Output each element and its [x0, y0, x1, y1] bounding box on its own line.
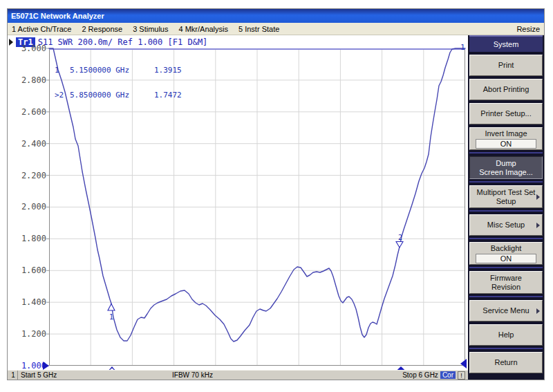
button-group-divider	[469, 296, 543, 297]
y-axis-label: 2.000	[15, 201, 46, 212]
ifbw-readout: IFBW 70 kHz	[172, 371, 213, 380]
marker-freq: 5.8500000 GHz	[70, 91, 154, 100]
menu-resize[interactable]: Resize	[516, 25, 540, 33]
stop-frequency: Stop 6 GHz	[402, 371, 438, 380]
svg-text:2: 2	[398, 234, 402, 241]
softkey-menu-title: System	[469, 35, 543, 52]
marker-value: 1.7472	[154, 91, 182, 100]
sweep-edge-pointer-icon	[460, 359, 467, 368]
menu-instr-state[interactable]: 5 Instr State	[238, 25, 279, 33]
toggle-state-on: ON	[476, 139, 536, 149]
trace-measure-text: S11 SWR 200.0m/ Ref 1.000 [F1 D&M]	[38, 37, 208, 47]
button-group-divider	[469, 238, 543, 239]
button-group-divider	[469, 267, 543, 268]
submenu-arrow-icon	[536, 194, 540, 200]
button-label: Dump	[496, 159, 516, 168]
marker-number: >2	[55, 91, 70, 100]
button-group-divider	[469, 152, 543, 153]
statusbar: 1 Start 5 GHz IFBW 70 kHz Stop 6 GHz Cor…	[8, 370, 468, 380]
softkey-return[interactable]: Return	[469, 352, 543, 373]
button-label: Abort Printing	[483, 85, 529, 94]
softkey-dump-screen-image[interactable]: Dump Screen Image...	[469, 156, 543, 179]
channel-number: 1	[9, 371, 18, 380]
softkey-backlight[interactable]: Backlight ON	[469, 242, 543, 265]
button-label: Help	[498, 330, 514, 339]
menubar: 1 Active Ch/Trace 2 Response 3 Stimulus …	[8, 23, 544, 35]
softkey-invert-image[interactable]: Invert Image ON	[469, 127, 543, 150]
y-axis-ref-label: 1.000	[15, 360, 46, 370]
menu-response[interactable]: 2 Response	[82, 25, 122, 33]
button-label: Service Menu	[482, 306, 529, 315]
button-group-divider	[469, 181, 543, 183]
reference-level-pointer-icon	[43, 362, 49, 370]
submenu-arrow-icon	[536, 223, 540, 228]
marker-value: 1.3915	[154, 66, 182, 75]
svg-text:1: 1	[109, 313, 113, 321]
active-trace-icon	[9, 39, 13, 46]
toggle-state-on: ON	[476, 254, 536, 263]
softkey-multiport-test-set-setup[interactable]: Multiport Test Set Setup	[469, 185, 543, 208]
y-axis-label: 1.200	[15, 328, 46, 339]
button-label: Invert Image	[485, 129, 527, 138]
correction-badge: Cor	[440, 371, 456, 379]
menu-mkr-analysis[interactable]: 4 Mkr/Analysis	[178, 25, 228, 33]
button-group-divider	[469, 210, 543, 212]
y-axis-label: 1.400	[15, 297, 46, 308]
softkey-firmware-revision[interactable]: Firmware Revision	[469, 271, 543, 294]
softkey-misc-setup[interactable]: Misc Setup	[469, 214, 543, 236]
titlebar: E5071C Network Analyzer	[8, 9, 544, 23]
button-label: Print	[498, 61, 514, 70]
softkey-help[interactable]: Help	[469, 324, 543, 346]
marker-readout: 1 5.1500000 GHz 1.3915 >2 5.8500000 GHz …	[55, 50, 182, 116]
button-label: Revision	[491, 283, 521, 292]
submenu-arrow-icon	[536, 308, 540, 314]
start-frequency: Start 5 GHz	[18, 371, 57, 380]
button-label: Screen Image...	[479, 168, 533, 177]
marker-readout-row: >2 5.8500000 GHz 1.7472	[55, 91, 182, 100]
softkey-sidebar: System Print Abort Printing Printer Setu…	[468, 35, 544, 380]
y-axis-label: 2.600	[15, 106, 46, 118]
y-axis-label: 1.600	[15, 265, 46, 276]
softkey-printer-setup[interactable]: Printer Setup...	[469, 103, 543, 124]
alert-indicator: !	[458, 371, 465, 380]
graph-area: Tr1 S11 SWR 200.0m/ Ref 1.000 [F1 D&M] 3…	[8, 35, 468, 370]
button-label: Firmware	[490, 274, 522, 283]
softkey-print[interactable]: Print	[469, 55, 543, 76]
button-label: Misc Setup	[487, 221, 525, 230]
marker-freq: 5.1500000 GHz	[70, 66, 154, 75]
button-group-divider	[469, 348, 543, 349]
y-axis-label: 2.200	[15, 170, 46, 181]
y-axis-label: 2.800	[15, 75, 46, 86]
button-label: Setup	[496, 197, 516, 206]
app-window: E5071C Network Analyzer 1 Active Ch/Trac…	[7, 8, 545, 380]
button-label: Backlight	[491, 244, 522, 253]
softkey-abort-printing[interactable]: Abort Printing	[469, 79, 543, 100]
menu-stimulus[interactable]: 3 Stimulus	[133, 25, 168, 33]
y-axis-label: 3.000	[15, 43, 46, 54]
window-title: E5071C Network Analyzer	[11, 12, 104, 20]
softkey-service-menu[interactable]: Service Menu	[469, 300, 543, 321]
y-axis-label: 2.400	[15, 138, 46, 149]
marker-number: 1	[55, 66, 70, 75]
marker-readout-row: 1 5.1500000 GHz 1.3915	[55, 66, 182, 75]
button-label: Printer Setup...	[480, 109, 531, 118]
button-label: Multiport Test Set	[477, 188, 536, 197]
menu-active-ch-trace[interactable]: 1 Active Ch/Trace	[12, 25, 71, 33]
y-axis-label: 1.800	[15, 233, 46, 244]
button-label: Return	[494, 358, 517, 367]
trace-end-number: 1	[460, 43, 465, 52]
